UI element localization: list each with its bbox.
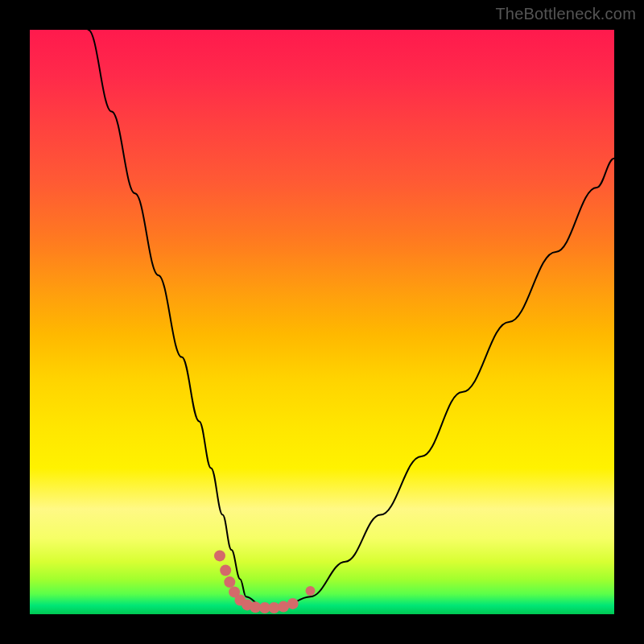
v-curve [89, 30, 614, 607]
marker-cluster [214, 550, 316, 613]
right-dot-dot [306, 586, 316, 596]
v-curve-path [89, 30, 614, 607]
left-cluster-dot [214, 550, 225, 561]
left-cluster-dot [220, 565, 231, 576]
watermark-text: TheBottleneck.com [495, 5, 636, 23]
left-cluster-dot [287, 598, 299, 609]
plot-area [30, 30, 614, 614]
left-cluster-dot [224, 576, 235, 588]
outer-frame: TheBottleneck.com [0, 0, 644, 644]
chart-overlay [30, 30, 614, 614]
